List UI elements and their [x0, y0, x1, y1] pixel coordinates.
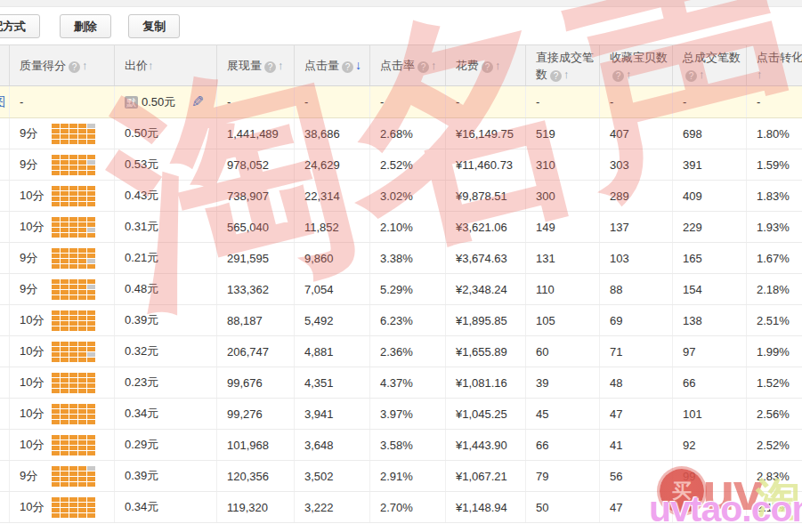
table-row[interactable]: 9分0.53元978,05224,6292.52%¥11,460.7331030… — [0, 149, 802, 181]
sort-up-icon[interactable]: ↑ — [431, 59, 437, 72]
score-block — [61, 358, 69, 362]
help-icon[interactable]: ? — [342, 61, 353, 73]
bid-cell[interactable]: 0.31元 — [114, 212, 216, 242]
quality-score-blocks — [52, 466, 95, 487]
help-icon[interactable]: ? — [685, 70, 697, 82]
clicks-cell: 7,054 — [294, 274, 369, 304]
bid-cell[interactable]: 0.21元 — [114, 243, 216, 273]
table-row[interactable]: 10分0.34元119,3203,2222.70%¥1,148.94504770… — [0, 492, 802, 523]
summary-bid-cell: 默 0.50元 ✎ — [114, 86, 216, 117]
cvr-cell: 2.52% — [746, 430, 802, 460]
header-cell-8[interactable]: 总成交笔数?↑ — [672, 45, 746, 85]
score-block — [52, 482, 60, 487]
sort-up-icon[interactable]: ↑ — [626, 68, 632, 81]
total-cell: 698 — [672, 118, 746, 149]
header-cell-0[interactable]: 质量得分?↑ — [9, 45, 114, 85]
help-icon[interactable]: ? — [612, 70, 624, 82]
header-cell-1[interactable]: 出价↑ — [114, 45, 216, 85]
table-row[interactable]: 10分0.39元88,1875,4926.23%¥1,895.851056913… — [0, 305, 802, 336]
quality-score-label: 9分 — [20, 157, 48, 173]
table-row[interactable]: 9分0.50元1,441,48938,6862.68%¥16,149.75519… — [0, 118, 802, 149]
bid-cell[interactable]: 0.43元 — [114, 181, 216, 211]
sort-up-icon[interactable]: ↑ — [757, 68, 763, 81]
header-cell-7[interactable]: 收藏宝贝数?↑ — [599, 45, 672, 85]
header-cell-4[interactable]: 点击率?↑ — [369, 45, 445, 85]
score-block — [61, 248, 69, 253]
score-block — [52, 129, 60, 133]
impressions-cell: 978,052 — [216, 149, 294, 180]
sort-up-icon[interactable]: ↑ — [82, 59, 88, 72]
score-block — [69, 415, 77, 419]
table-row[interactable]: 10分0.34元99,2763,9413.97%¥1,045.254547101… — [0, 399, 802, 430]
impressions-cell: 99,676 — [216, 367, 294, 398]
table-row[interactable]: 10分0.32元206,7474,8812.36%¥1,655.89607197… — [0, 336, 802, 367]
table-row[interactable]: 10分0.29元101,9683,6483.58%¥1,443.90664192… — [0, 430, 802, 461]
score-block — [52, 404, 60, 408]
header-cell-2[interactable]: 展现量?↑ — [216, 45, 294, 85]
bid-cell[interactable]: 0.29元 — [114, 430, 216, 460]
score-block — [87, 254, 95, 258]
direct-cell: 110 — [525, 274, 599, 304]
score-block — [61, 347, 69, 351]
quality-score-label: 10分 — [20, 343, 48, 359]
cost-cell: ¥1,081.16 — [445, 367, 525, 398]
bid-cell[interactable]: 0.53元 — [114, 149, 216, 180]
column-label: 质量得分 — [20, 59, 66, 72]
ctr-cell: 2.68% — [369, 118, 445, 149]
cvr-cell: 2.56% — [746, 399, 802, 429]
bid-cell[interactable]: 0.39元 — [114, 461, 216, 491]
header-cell-3[interactable]: 点击量?↓ — [294, 45, 369, 85]
sort-up-icon[interactable]: ↑ — [148, 59, 154, 72]
bid-mode-button-partial[interactable]: 配方式 — [0, 14, 40, 38]
bid-cell[interactable]: 0.34元 — [114, 399, 216, 429]
favorites-cell: 303 — [599, 149, 672, 180]
score-block — [69, 316, 77, 320]
summary-value-cell: - — [369, 86, 445, 117]
table-row[interactable]: 9分0.21元291,5959,8603.38%¥3,674.631311031… — [0, 243, 802, 274]
bid-cell[interactable]: 0.39元 — [114, 305, 216, 335]
quality-score-cell: 9分 — [9, 118, 114, 149]
sort-up-icon[interactable]: ↑ — [495, 59, 501, 72]
header-cell-6[interactable]: 直接成交笔数?↑ — [525, 45, 599, 85]
score-block — [69, 197, 77, 201]
help-icon[interactable]: ? — [482, 61, 493, 73]
sort-up-icon[interactable]: ↑ — [563, 68, 570, 81]
favorites-cell: 56 — [599, 461, 672, 491]
sort-up-icon[interactable]: ↑ — [699, 68, 705, 81]
header-cell-9[interactable]: 点击转化率?↑ — [746, 45, 802, 85]
table-row[interactable]: 10分0.31元565,04011,8522.10%¥3,621.0614913… — [0, 212, 802, 243]
column-label: 点击转化率 — [757, 51, 802, 64]
score-block — [61, 316, 69, 320]
score-block — [78, 217, 86, 222]
cvr-cell: 1.83% — [746, 181, 802, 211]
quality-score-cell: 10分 — [9, 336, 114, 367]
help-icon[interactable]: ? — [417, 61, 429, 73]
quality-score-label: 10分 — [20, 499, 48, 515]
copy-button[interactable]: 复制 — [128, 14, 180, 38]
score-block — [69, 383, 77, 388]
help-icon[interactable]: ? — [550, 70, 562, 82]
quality-score-cell: 10分 — [9, 305, 114, 335]
sort-up-icon[interactable]: ↑ — [278, 59, 284, 72]
bid-cell[interactable]: 0.34元 — [114, 492, 216, 522]
help-icon[interactable]: ? — [69, 61, 80, 73]
table-row[interactable]: 10分0.23元99,6764,3514.37%¥1,081.163948661… — [0, 367, 802, 399]
help-icon[interactable]: ? — [264, 61, 276, 73]
table-row[interactable]: 10分0.43元738,90722,3143.02%¥9,878.5130028… — [0, 181, 802, 212]
sort-down-active-icon[interactable]: ↓ — [355, 58, 361, 72]
direct-cell: 79 — [525, 461, 599, 491]
score-block — [61, 259, 69, 263]
delete-button[interactable]: 删除 — [60, 14, 111, 38]
bid-cell[interactable]: 0.23元 — [114, 367, 216, 398]
score-block — [87, 513, 95, 518]
header-cell-5[interactable]: 花费?↑ — [445, 45, 525, 85]
bid-cell[interactable]: 0.50元 — [114, 118, 216, 149]
bid-cell[interactable]: 0.32元 — [114, 336, 216, 367]
table-row[interactable]: 9分0.39元120,3563,5022.91%¥1,067.217956992… — [0, 461, 802, 492]
edit-bid-pencil-icon[interactable]: ✎ — [191, 93, 204, 111]
score-block — [69, 451, 77, 455]
quality-score-label: 9分 — [20, 468, 48, 484]
score-block — [87, 326, 95, 331]
table-row[interactable]: 9分0.48元133,3627,0545.29%¥2,348.241108815… — [0, 274, 802, 305]
bid-cell[interactable]: 0.48元 — [114, 274, 216, 304]
